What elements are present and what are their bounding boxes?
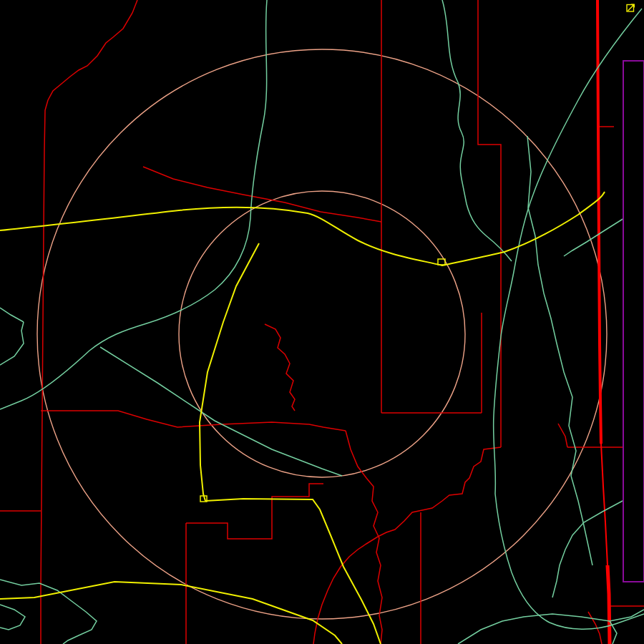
range-ring-50nmi [179,191,465,477]
radar-map-canvas [0,0,644,644]
colorbar-frame [623,60,644,582]
colorbar-scale [625,64,639,575]
county-boundaries [0,0,644,644]
secondary-roads [0,0,644,644]
nexlab-logo-icon [626,3,635,12]
range-ring-100nmi [37,49,607,619]
header [623,3,635,12]
radar-display-screen [0,0,644,644]
interstate-highways [0,192,605,644]
range-rings [37,49,607,619]
state-boundary [597,0,610,644]
